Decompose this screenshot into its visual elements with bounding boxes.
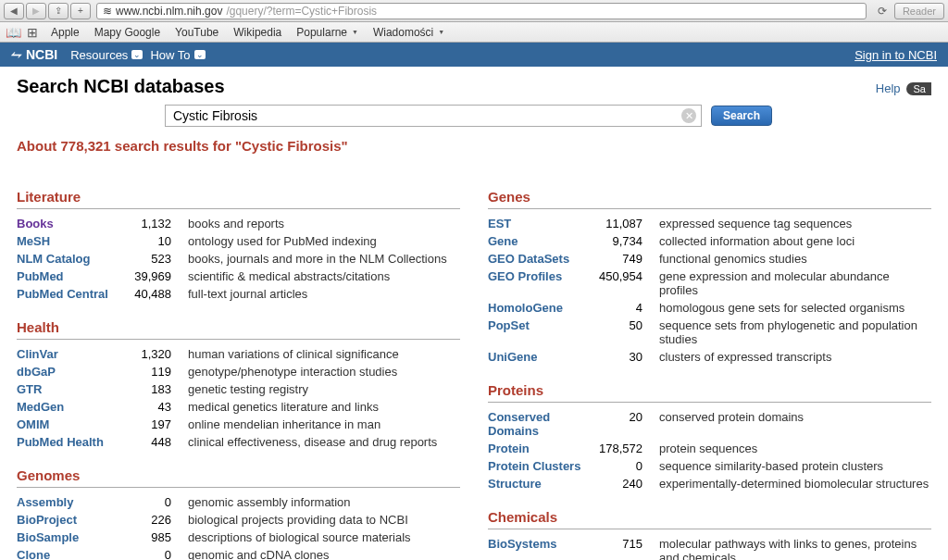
db-count: 0 [128,495,188,509]
db-count: 0 [599,459,659,473]
db-count: 178,572 [599,442,659,455]
db-link[interactable]: GTR [17,382,128,396]
db-link[interactable]: OMIM [17,417,128,431]
bookmark-item[interactable]: Mapy Google [87,25,168,40]
bookmark-item[interactable]: Wikipedia [226,25,289,40]
db-link[interactable]: BioSystems [488,537,599,560]
db-link[interactable]: ClinVar [17,347,128,361]
search-button[interactable]: Search [711,106,772,126]
db-desc: scientific & medical abstracts/citations [188,269,460,283]
db-link[interactable]: Protein Clusters [488,459,599,473]
db-count: 523 [128,252,188,266]
db-link[interactable]: Conserved Domains [488,410,599,438]
section-header: Genomes [17,467,460,488]
db-desc: ontology used for PubMed indexing [188,234,460,248]
db-count: 4 [599,301,659,315]
help-link[interactable]: Help [876,81,901,95]
db-count: 30 [599,350,659,364]
db-row: HomoloGene4homologous gene sets for sele… [488,299,931,317]
db-link[interactable]: MeSH [17,234,128,248]
url-bar[interactable]: ≋ www.ncbi.nlm.nih.gov/gquery/?term=Cyst… [96,3,867,19]
db-desc: expressed sequence tag sequences [659,217,931,230]
db-desc: collected information about gene loci [659,234,931,248]
db-desc: experimentally-determined biomolecular s… [659,477,931,491]
url-path: /gquery/?term=Cystic+Fibrosis [226,5,377,18]
db-row: PopSet50sequence sets from phylogenetic … [488,317,931,348]
db-desc: genomic and cDNA clones [188,548,460,560]
db-desc: functional genomics studies [659,252,931,266]
share-button[interactable]: ⇪ [48,3,69,19]
db-link[interactable]: BioSample [17,530,128,544]
db-link[interactable]: HomoloGene [488,301,599,315]
db-link[interactable]: BioProject [17,513,128,527]
db-link[interactable]: Assembly [17,495,128,509]
db-count: 20 [599,410,659,438]
ncbi-glyph-icon: ⥊ [11,47,22,62]
save-badge[interactable]: Sa [906,82,931,95]
db-link[interactable]: Clone [17,548,128,560]
resources-menu[interactable]: Resources⌄ [70,48,143,62]
clear-icon[interactable]: ✕ [681,108,696,123]
db-row: OMIM197online mendelian inheritance in m… [17,416,460,433]
search-input[interactable] [165,105,702,127]
db-row: MeSH10ontology used for PubMed indexing [17,232,460,250]
bookmark-item[interactable]: Apple [44,25,87,40]
db-desc: genotype/phenotype interaction studies [188,365,460,379]
db-desc: conserved protein domains [659,410,931,438]
db-desc: sequence sets from phylogenetic and popu… [659,318,931,346]
db-row: Conserved Domains20conserved protein dom… [488,408,931,440]
bookmark-item[interactable]: Popularne [289,25,366,40]
db-link[interactable]: GEO Profiles [488,269,599,297]
db-desc: clusters of expressed transcripts [659,350,931,364]
db-count: 715 [599,537,659,560]
reader-button[interactable]: Reader [894,3,944,19]
db-desc: full-text journal articles [188,287,460,301]
bookmark-item[interactable]: YouTube [168,25,226,40]
db-desc: books and reports [188,217,460,230]
db-row: Books1,132books and reports [17,215,460,232]
db-row: Assembly0genomic assembly information [17,493,460,511]
db-count: 749 [599,252,659,266]
db-link[interactable]: EST [488,217,599,230]
db-link[interactable]: PubMed Central [17,287,128,301]
db-link[interactable]: Books [17,217,128,230]
db-row: MedGen43medical genetics literature and … [17,398,460,416]
db-link[interactable]: Gene [488,234,599,248]
db-row: dbGaP119genotype/phenotype interaction s… [17,363,460,380]
ncbi-logo[interactable]: ⥊ NCBI [11,47,57,62]
section-header: Health [17,319,460,340]
db-link[interactable]: dbGaP [17,365,128,379]
db-link[interactable]: Protein [488,442,599,455]
db-row: BioSample985descriptions of biological s… [17,529,460,546]
db-desc: molecular pathways with links to genes, … [659,537,931,560]
results-summary: About 778,321 search results for "Cystic… [17,138,931,154]
db-link[interactable]: Structure [488,477,599,491]
section-header: Genes [488,189,931,209]
db-link[interactable]: PubMed [17,269,128,283]
db-link[interactable]: MedGen [17,400,128,414]
db-row: GEO Profiles450,954gene expression and m… [488,268,931,299]
section-header: Chemicals [488,509,931,529]
url-host: www.ncbi.nlm.nih.gov [116,5,222,18]
db-row: GTR183genetic testing registry [17,380,460,398]
db-link[interactable]: GEO DataSets [488,252,599,266]
db-row: PubMed39,969scientific & medical abstrac… [17,268,460,285]
book-icon[interactable]: 📖 [6,25,21,40]
grid-icon[interactable]: ⊞ [27,25,38,40]
add-button[interactable]: + [70,3,91,19]
db-link[interactable]: PopSet [488,318,599,346]
db-row: EST11,087expressed sequence tag sequence… [488,215,931,232]
db-link[interactable]: NLM Catalog [17,252,128,266]
chevron-down-icon: ⌄ [194,50,206,59]
howto-menu[interactable]: How To⌄ [150,48,205,62]
db-desc: protein sequences [659,442,931,455]
page-title: Search NCBI databases [17,76,225,97]
bookmark-item[interactable]: Wiadomości [366,25,452,40]
db-link[interactable]: PubMed Health [17,435,128,449]
db-link[interactable]: UniGene [488,350,599,364]
back-button[interactable]: ◀ [4,3,24,19]
refresh-button[interactable]: ⟳ [872,3,892,19]
forward-button[interactable]: ▶ [26,3,46,19]
section-header: Literature [17,189,460,209]
signin-link[interactable]: Sign in to NCBI [854,48,937,62]
